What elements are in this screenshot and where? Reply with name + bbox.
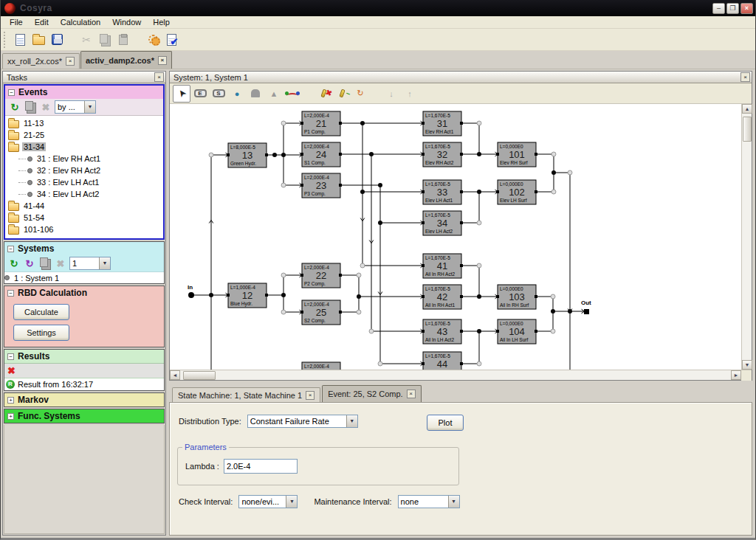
delete-event-icon[interactable]: ✖ — [39, 101, 52, 113]
distribution-type-select[interactable]: Constant Failure Rate ▼ — [247, 415, 358, 428]
corner-node[interactable] — [378, 361, 382, 366]
rbd-block-104[interactable]: L=0,000E0104Ail In LH Surf — [496, 319, 537, 344]
corner-node[interactable] — [281, 121, 286, 125]
hscroll-thumb[interactable] — [183, 371, 216, 380]
settings-gears-icon[interactable] — [144, 31, 162, 49]
copy-system-icon[interactable] — [38, 257, 52, 269]
rbd-block-42[interactable]: L=1,670E-542Ail In RH Act1 — [422, 285, 463, 309]
junction-node[interactable] — [209, 293, 213, 297]
junction-node[interactable] — [568, 309, 572, 314]
expand-icon[interactable]: + — [7, 413, 14, 420]
junction-node[interactable] — [281, 293, 286, 297]
copy-icon[interactable] — [96, 31, 114, 49]
corner-node[interactable] — [551, 190, 556, 194]
junction-node[interactable] — [360, 121, 365, 125]
menu-edit[interactable]: Edit — [29, 17, 55, 27]
plot-button[interactable]: Plot — [427, 415, 464, 431]
junction-node[interactable] — [477, 329, 481, 333]
document-tab-1[interactable]: xx_roll_2x.cos*× — [2, 53, 80, 69]
systems-header[interactable]: − Systems — [4, 242, 164, 255]
tree-event-item[interactable]: 33 : Elev LH Act1 — [8, 176, 163, 188]
lambda-input[interactable] — [224, 459, 298, 474]
corner-node[interactable] — [357, 310, 361, 314]
tree-folder[interactable]: 41-44 — [8, 200, 163, 212]
select-cursor-icon[interactable]: ➤ — [173, 85, 190, 103]
system-selector[interactable]: 1 ▼ — [69, 257, 111, 270]
rbd-block-25[interactable]: L=2,000E-425S2 Comp. — [300, 300, 342, 325]
tab-close-icon[interactable]: × — [158, 56, 167, 65]
maintenance-interval-select[interactable]: none ▼ — [398, 495, 460, 508]
rbd-header[interactable]: − RBD Calculation — [4, 286, 164, 300]
junction-node[interactable] — [360, 190, 365, 194]
horizontal-scrollbar[interactable]: ◄ ► — [170, 370, 752, 380]
scroll-left-icon[interactable]: ◄ — [170, 370, 180, 380]
rbd-block-41[interactable]: L=1,670E-541Ail In RH Act2 — [422, 254, 463, 278]
rbd-block-24[interactable]: L=2,000E-424S1 Comp. — [300, 142, 342, 167]
calculate-button[interactable]: Calculate — [13, 304, 69, 320]
junction-node[interactable] — [477, 152, 481, 156]
rbd-block-12[interactable]: L=1,000E-412Blue Hydr. — [227, 283, 268, 308]
rbd-block-44[interactable]: L=1,670E-544Ail In LH Act1 — [422, 352, 463, 370]
result-item[interactable]: RResult from 16:32:17 — [4, 378, 164, 390]
corner-node[interactable] — [477, 121, 481, 125]
rbd-block-31[interactable]: L=1,670E-531Elev RH Act1 — [422, 111, 463, 136]
diagram-canvas[interactable]: L=8,000E-513Green Hydr.L=2,000E-421P1 Co… — [170, 104, 741, 370]
tree-folder[interactable]: 11-13 — [8, 117, 163, 129]
rbd-block-33[interactable]: L=1,670E-533Elev LH Act1 — [422, 180, 463, 204]
paste-icon[interactable] — [114, 31, 132, 49]
vertical-scrollbar[interactable]: ▲ ▼ — [741, 104, 752, 370]
rbd-block-43[interactable]: L=1,670E-543Ail In LH Act2 — [422, 319, 463, 344]
rbd-block-101[interactable]: L=0,000E0101Elev RH Surf — [496, 142, 537, 167]
junction-node[interactable] — [378, 221, 382, 225]
delete-system-icon[interactable]: ✖ — [54, 257, 67, 269]
rbd-diagram[interactable]: L=8,000E-513Green Hydr.L=2,000E-421P1 Co… — [170, 104, 741, 370]
menu-file[interactable]: File — [4, 17, 29, 27]
rbd-block-partial[interactable]: L=2,000E-4 — [300, 362, 342, 370]
cut-icon[interactable]: ✂ — [78, 31, 95, 49]
corner-node[interactable] — [357, 273, 361, 277]
event-block-icon[interactable]: E — [191, 85, 209, 103]
tree-folder[interactable]: 31-34 — [8, 141, 163, 153]
close-button[interactable]: × — [740, 3, 753, 14]
rbd-block-21[interactable]: L=2,000E-421P1 Comp. — [300, 111, 342, 136]
tab-close-icon[interactable]: × — [407, 390, 416, 398]
collapse-icon[interactable]: − — [7, 290, 14, 297]
junction-node[interactable] — [357, 294, 361, 299]
new-file-icon[interactable] — [11, 31, 29, 49]
reroute-icon[interactable]: ↻ — [351, 85, 369, 103]
output-node[interactable] — [584, 309, 589, 314]
junction-node[interactable] — [378, 183, 382, 187]
toolbar-grip[interactable] — [4, 32, 7, 48]
junction-node[interactable] — [477, 190, 481, 194]
properties-tab-1[interactable]: State Machine: 1, State Machine 1× — [172, 387, 320, 402]
save-file-icon[interactable] — [48, 31, 66, 49]
document-tab-2[interactable]: activ_damp2.cos*× — [80, 51, 172, 69]
copy-event-icon[interactable] — [24, 101, 37, 113]
new-event-icon[interactable]: ↻ — [8, 101, 21, 113]
tree-folder[interactable]: 101-106 — [8, 224, 163, 235]
corner-node[interactable] — [281, 310, 286, 314]
menu-help[interactable]: Help — [147, 17, 176, 27]
junction-node[interactable] — [551, 309, 555, 314]
rbd-block-22[interactable]: L=2,000E-422P2 Comp. — [300, 263, 342, 288]
tree-event-item[interactable]: 32 : Elev RH Act2 — [8, 165, 163, 176]
junction-shape-icon[interactable] — [247, 85, 264, 103]
input-node[interactable] — [188, 292, 194, 298]
corner-node[interactable] — [551, 294, 555, 299]
junction-node[interactable] — [551, 170, 556, 175]
expand-icon[interactable]: + — [7, 397, 14, 404]
corner-node[interactable] — [281, 273, 286, 277]
rbd-block-34[interactable]: L=1,670E-534Elev LH Act2 — [422, 211, 463, 235]
markov-header[interactable]: + Markov — [4, 393, 164, 406]
rbd-block-102[interactable]: L=0,000E0102Elev LH Surf — [496, 180, 537, 204]
system-list-item[interactable]: 1 : System 1 — [4, 271, 164, 283]
move-up-icon[interactable]: ↑ — [401, 85, 419, 103]
corner-node[interactable] — [477, 263, 481, 268]
delete-result-icon[interactable]: ✖ — [7, 365, 16, 376]
func-systems-header[interactable]: + Func. Systems — [4, 409, 164, 423]
collapse-icon[interactable]: − — [8, 89, 15, 96]
move-down-icon[interactable]: ↓ — [382, 85, 400, 103]
check-interval-select[interactable]: none/evi... ▼ — [238, 495, 298, 508]
scroll-down-icon[interactable]: ▼ — [742, 360, 752, 370]
corner-node[interactable] — [568, 170, 572, 175]
